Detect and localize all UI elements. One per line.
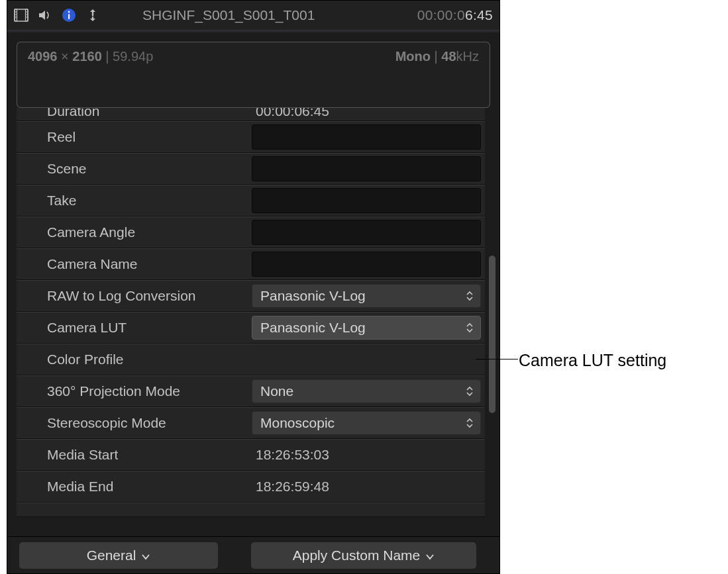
- chevrons-icon: [466, 291, 475, 301]
- svg-point-11: [68, 11, 70, 13]
- share-tab-icon[interactable]: [85, 8, 100, 23]
- reel-label: Reel: [17, 129, 252, 145]
- scrollbar-thumb[interactable]: [489, 256, 495, 413]
- projection-mode-popup[interactable]: None: [252, 379, 481, 403]
- row-duration: Duration 00:00:06:45: [17, 108, 485, 121]
- audio-tab-icon[interactable]: [38, 8, 52, 23]
- camera-name-label: Camera Name: [17, 256, 252, 272]
- camera-lut-popup[interactable]: Panasonic V-Log: [252, 316, 481, 340]
- camera-angle-input[interactable]: [252, 220, 481, 245]
- row-reel: Reel: [17, 121, 485, 153]
- svg-rect-10: [68, 14, 70, 19]
- row-stereoscopic-mode: Stereoscopic Mode Monoscopic: [17, 407, 485, 439]
- media-start-label: Media Start: [17, 447, 252, 463]
- stereoscopic-mode-label: Stereoscopic Mode: [17, 415, 252, 431]
- video-tab-icon[interactable]: [14, 8, 28, 23]
- camera-name-input[interactable]: [252, 252, 481, 277]
- apply-custom-name-button[interactable]: Apply Custom Name: [251, 542, 476, 569]
- color-profile-label: Color Profile: [17, 352, 252, 367]
- projection-mode-label: 360° Projection Mode: [17, 383, 252, 399]
- camera-lut-label: Camera LUT: [17, 320, 252, 336]
- media-start-value: 18:26:53:03: [252, 447, 329, 463]
- annotation-camera-lut: Camera LUT setting: [519, 351, 666, 370]
- color-profile-value: [252, 347, 481, 372]
- media-end-value: 18:26:59:48: [252, 479, 329, 495]
- scene-input[interactable]: [252, 156, 481, 181]
- svg-rect-1: [15, 9, 17, 21]
- row-take: Take: [17, 185, 485, 216]
- inspector-topbar: SHGINF_S001_S001_T001 00:00:06:45: [7, 1, 499, 30]
- annotation-leader-line: [476, 359, 518, 359]
- row-color-profile: Color Profile: [17, 344, 485, 375]
- row-projection-mode: 360° Projection Mode None: [17, 375, 485, 407]
- take-input[interactable]: [252, 188, 481, 213]
- metadata-view-label: General: [87, 548, 136, 563]
- raw-to-log-popup[interactable]: Panasonic V-Log: [252, 284, 481, 308]
- row-camera-name: Camera Name: [17, 248, 485, 280]
- metadata-view-button[interactable]: General: [19, 542, 218, 569]
- apply-custom-name-label: Apply Custom Name: [293, 548, 421, 563]
- clip-timecode: 00:00:06:45: [417, 7, 493, 23]
- raw-to-log-label: RAW to Log Conversion: [17, 288, 252, 304]
- camera-lut-value: Panasonic V-Log: [260, 320, 366, 336]
- chevron-down-icon: [425, 548, 435, 563]
- inspector-panel: SHGINF_S001_S001_T001 00:00:06:45 4096 ×…: [7, 0, 500, 574]
- duration-label: Duration: [17, 108, 252, 119]
- stereoscopic-mode-value: Monoscopic: [260, 415, 335, 431]
- clip-title: SHGINF_S001_S001_T001: [142, 7, 315, 23]
- duration-value: 00:00:06:45: [252, 108, 329, 119]
- row-media-start: Media Start 18:26:53:03: [17, 439, 485, 471]
- svg-rect-2: [26, 9, 28, 21]
- camera-angle-label: Camera Angle: [17, 224, 252, 240]
- clip-summary-banner: 4096 × 2160 | 59.94p Mono | 48kHz: [17, 42, 490, 108]
- projection-mode-value: None: [260, 383, 293, 399]
- media-end-label: Media End: [17, 479, 252, 495]
- reel-input[interactable]: [252, 124, 481, 150]
- row-media-end: Media End 18:26:59:48: [17, 471, 485, 502]
- info-tab-icon[interactable]: [62, 8, 76, 23]
- stereoscopic-mode-popup[interactable]: Monoscopic: [252, 411, 481, 435]
- row-camera-angle: Camera Angle: [17, 216, 485, 248]
- chevrons-icon: [466, 322, 475, 333]
- metadata-list: Duration 00:00:06:45 Reel Scene Take Cam…: [17, 108, 485, 536]
- chevrons-icon: [466, 418, 475, 428]
- clip-audio: Mono | 48kHz: [395, 49, 479, 64]
- take-label: Take: [17, 193, 252, 209]
- scene-label: Scene: [17, 161, 252, 177]
- row-raw-to-log: RAW to Log Conversion Panasonic V-Log: [17, 280, 485, 312]
- chevron-down-icon: [141, 548, 150, 563]
- row-partial-bottom: [17, 502, 485, 517]
- row-camera-lut: Camera LUT Panasonic V-Log: [17, 312, 485, 344]
- inspector-bottombar: General Apply Custom Name: [7, 536, 499, 573]
- metadata-scrollbar[interactable]: [489, 115, 495, 530]
- chevrons-icon: [466, 386, 475, 397]
- row-scene: Scene: [17, 153, 485, 185]
- raw-to-log-value: Panasonic V-Log: [260, 288, 366, 304]
